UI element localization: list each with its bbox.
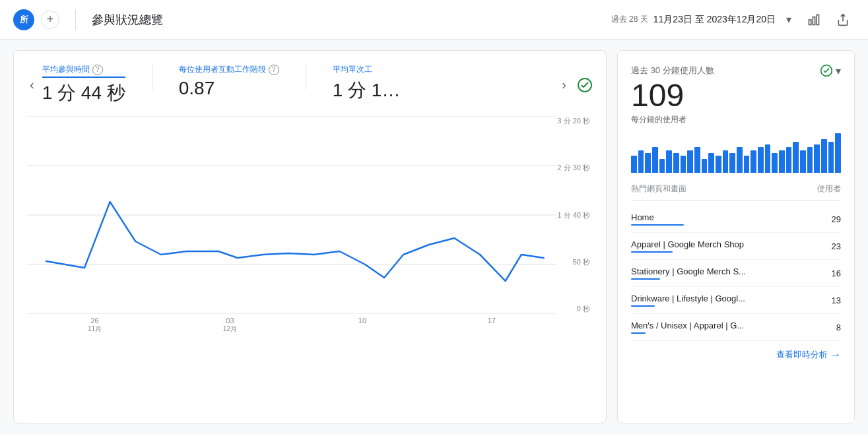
y-axis-labels: 3 分 20 秒 2 分 30 秒 1 分 40 秒 50 秒 0 秒 (557, 116, 593, 314)
mini-bar-item (631, 156, 637, 173)
mini-bar-item (708, 153, 714, 173)
page-users-count: 29 (821, 214, 841, 224)
page-bar (631, 224, 684, 226)
page-name-container: Stationery | Google Merch S... (631, 266, 821, 280)
page-name-container: Apparel | Google Merch Shop (631, 239, 821, 253)
page-name: Stationery | Google Merch S... (631, 266, 821, 276)
right-panel: 過去 30 分鐘使用人數 ▾ 109 每分鐘的使用者 熱門網頁和畫面 使用者 H… (617, 50, 855, 423)
mini-bar-item (729, 153, 735, 173)
metric-label-avg-time: 平均參與時間 ? (42, 64, 125, 78)
metric-value-sessions: 0.87 (179, 78, 279, 99)
chart-area: 3 分 20 秒 2 分 30 秒 1 分 40 秒 50 秒 0 秒 (27, 116, 593, 334)
page-bar (631, 278, 660, 280)
date-range: 11月23日 至 2023年12月20日 (653, 14, 776, 26)
chart-svg-container (27, 116, 556, 314)
mini-bar-item (751, 150, 756, 173)
mini-bar-item (645, 153, 651, 173)
mini-bar-item (758, 147, 764, 173)
page-row: Home 29 (631, 206, 841, 233)
page-name: Home (631, 212, 821, 222)
x-label-3: 17 (488, 317, 496, 334)
page-users-count: 23 (821, 241, 841, 251)
mini-bar-item (835, 133, 841, 173)
page-users-count: 8 (821, 323, 841, 332)
bar-chart-icon (807, 13, 820, 26)
chart-type-button[interactable] (802, 8, 826, 32)
add-button[interactable]: + (41, 11, 59, 29)
page-name-container: Home (631, 212, 821, 226)
mini-bar-item (652, 147, 658, 173)
share-button[interactable] (831, 8, 855, 32)
realtime-check-icon (820, 64, 833, 77)
metrics-prev-arrow[interactable]: ‹ (27, 75, 37, 95)
x-axis-labels: 26 11月 03 12月 10 17 (27, 317, 556, 334)
chevron-down-icon: ▾ (786, 13, 791, 26)
metrics-next-arrow[interactable]: › (559, 75, 569, 95)
share-icon (836, 13, 850, 26)
mini-bar-item (737, 147, 743, 173)
view-realtime-link[interactable]: 查看即時分析 → (631, 349, 841, 361)
page-bar (631, 332, 646, 334)
page-row: Stationery | Google Merch S... 16 (631, 260, 841, 287)
metric-label-avg-session: 平均單次工 (333, 64, 401, 75)
realtime-chevron-icon[interactable]: ▾ (836, 65, 841, 77)
pages-rows: Home 29 Apparel | Google Merch Shop 23 S… (631, 206, 841, 341)
svg-rect-2 (817, 15, 818, 24)
page-name-container: Drinkware | Lifestyle | Googl... (631, 294, 821, 307)
mini-bar-item (687, 150, 693, 173)
metric-avg-session: 平均單次工 1 分 1… (333, 64, 401, 106)
page-bar (631, 251, 673, 253)
avatar[interactable]: 所 (13, 9, 34, 30)
mini-bar-item (702, 159, 708, 173)
help-icon-2[interactable]: ? (269, 65, 279, 75)
perminute-label: 每分鐘的使用者 (631, 114, 841, 125)
svg-rect-1 (813, 16, 815, 24)
page-users-count: 13 (821, 295, 841, 305)
mini-bar-item (786, 147, 792, 173)
metrics-items: 平均參與時間 ? 1 分 44 秒 每位使用者互動工作階段 ? 0.87 (37, 64, 560, 106)
y-label-3: 50 秒 (557, 257, 590, 267)
page-users-count: 16 (821, 268, 841, 278)
mini-bar-item (821, 139, 827, 173)
mini-bar-item (681, 156, 686, 173)
line-chart-svg (27, 116, 556, 314)
mini-bar-item (772, 153, 778, 173)
arrow-right-icon: → (830, 349, 841, 361)
x-label-1: 03 12月 (223, 317, 237, 334)
header-left: 所 + 參與狀況總覽 (13, 9, 163, 30)
help-icon[interactable]: ? (92, 65, 103, 75)
mini-bar-item (765, 144, 771, 173)
mini-bar-item (744, 156, 750, 173)
header-divider (75, 9, 76, 30)
mini-bar-item (638, 150, 644, 173)
svg-rect-0 (809, 20, 811, 25)
mini-bar-item (666, 150, 672, 173)
realtime-users-count: 109 (631, 80, 841, 111)
page-row: Apparel | Google Merch Shop 23 (631, 233, 841, 260)
metrics-row: ‹ 平均參與時間 ? 1 分 44 秒 每位使用者互動工作階段 ? (27, 64, 593, 106)
app-header: 所 + 參與狀況總覽 過去 28 天 11月23日 至 2023年12月20日 … (0, 0, 868, 40)
realtime-check: ▾ (820, 64, 841, 77)
metric-value-avg-session: 1 分 1… (333, 78, 401, 103)
mini-bar-item (779, 150, 785, 173)
metric-label-sessions: 每位使用者互動工作階段 ? (179, 64, 279, 75)
pages-col-page: 熱門網頁和畫面 (631, 183, 686, 195)
y-label-4: 0 秒 (557, 304, 590, 314)
check-circle-icon (577, 77, 593, 93)
page-row: Drinkware | Lifestyle | Googl... 13 (631, 287, 841, 314)
mini-bar-chart (631, 133, 841, 173)
metric-value-avg-time: 1 分 44 秒 (42, 80, 125, 106)
x-label-0: 26 11月 (88, 317, 102, 334)
main-content: ‹ 平均參與時間 ? 1 分 44 秒 每位使用者互動工作階段 ? (0, 40, 868, 434)
date-range-dropdown[interactable]: ▾ (781, 11, 797, 28)
mini-bar-item (807, 147, 813, 173)
mini-bar-item (723, 150, 729, 173)
metric-divider-1 (152, 64, 152, 90)
page-name: Apparel | Google Merch Shop (631, 239, 821, 249)
y-label-1: 2 分 30 秒 (557, 163, 590, 173)
metric-divider-2 (306, 64, 306, 90)
page-name-container: Men's / Unisex | Apparel | G... (631, 321, 821, 334)
realtime-label: 過去 30 分鐘使用人數 (631, 65, 714, 77)
mini-bar-item (828, 142, 834, 173)
page-name: Men's / Unisex | Apparel | G... (631, 321, 821, 330)
